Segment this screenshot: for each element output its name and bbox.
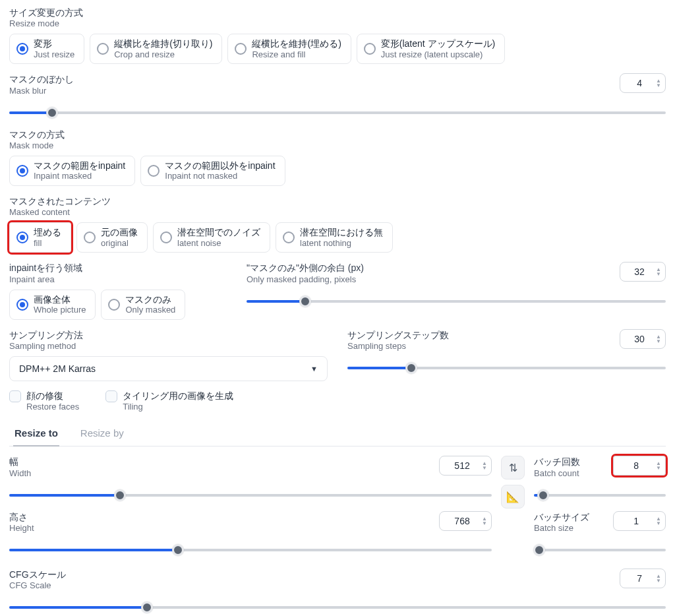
sampling-method-label: サンプリング方法Sampling method bbox=[9, 329, 328, 352]
batch-size-label: バッチサイズBatch size bbox=[534, 511, 589, 534]
swap-dimensions-button[interactable]: ⇅ bbox=[501, 456, 525, 479]
spinner-icon[interactable]: ▲▼ bbox=[652, 461, 661, 470]
restore-faces-checkbox[interactable]: 顔の修復Restore faces bbox=[9, 390, 79, 412]
sampling-steps-label: サンプリングステップ数Sampling steps bbox=[347, 329, 606, 352]
batch-size-slider[interactable] bbox=[534, 543, 666, 557]
height-number[interactable]: 768 ▲▼ bbox=[439, 511, 492, 531]
mask-mode-inpaint-not-masked[interactable]: マスクの範囲以外をinpaintInpaint not masked bbox=[140, 156, 285, 186]
spinner-icon[interactable]: ▲▼ bbox=[652, 267, 661, 276]
inpaint-area-whole[interactable]: 画像全体Whole picture bbox=[9, 290, 96, 320]
inpaint-area-only-masked[interactable]: マスクのみOnly masked bbox=[101, 290, 185, 320]
sampling-steps-number[interactable]: 30 ▲▼ bbox=[620, 329, 666, 349]
resize-mode-fill[interactable]: 縦横比を維持(埋める)Resize and fill bbox=[227, 34, 351, 64]
height-label: 高さHeight bbox=[9, 511, 34, 534]
cfg-slider[interactable] bbox=[9, 601, 666, 614]
only-masked-padding-label: "マスクのみ"外側の余白 (px)Only masked padding, pi… bbox=[247, 262, 606, 285]
width-number[interactable]: 512 ▲▼ bbox=[439, 456, 492, 476]
masked-content-original[interactable]: 元の画像original bbox=[76, 222, 148, 253]
tab-resize-to[interactable]: Resize to bbox=[13, 421, 59, 447]
only-masked-padding-slider[interactable] bbox=[247, 295, 666, 308]
only-masked-padding-number[interactable]: 32 ▲▼ bbox=[620, 262, 666, 282]
resize-mode-just-resize[interactable]: 変形Just resize bbox=[9, 34, 84, 64]
resize-mode-latent[interactable]: 変形(latent アップスケール)Just resize (latent up… bbox=[357, 34, 505, 64]
width-label: 幅Width bbox=[9, 456, 31, 479]
batch-count-label: バッチ回数Batch count bbox=[534, 456, 580, 479]
cfg-label: CFGスケールCFG Scale bbox=[9, 569, 606, 592]
resize-mode-label: サイズ変更の方式 Resize mode bbox=[9, 7, 666, 30]
masked-content-latent-nothing[interactable]: 潜在空間における無latent nothing bbox=[276, 222, 393, 253]
spinner-icon[interactable]: ▲▼ bbox=[478, 461, 487, 470]
batch-count-slider[interactable] bbox=[534, 489, 666, 502]
cfg-number[interactable]: 7 ▲▼ bbox=[620, 569, 666, 588]
masked-content-label: マスクされたコンテンツMasked content bbox=[9, 195, 666, 218]
spinner-icon[interactable]: ▲▼ bbox=[652, 574, 661, 583]
inpaint-area-label: inpaintを行う領域Inpaint area bbox=[9, 262, 220, 285]
tab-resize-by[interactable]: Resize by bbox=[79, 421, 125, 447]
sampling-method-dropdown[interactable]: DPM++ 2M Karras ▼ bbox=[9, 356, 328, 381]
batch-size-number[interactable]: 1 ▲▼ bbox=[613, 511, 666, 531]
masked-content-fill[interactable]: 埋めるfill bbox=[9, 222, 71, 253]
triangle-ruler-icon: 📐 bbox=[506, 491, 519, 503]
tiling-checkbox[interactable]: タイリング用の画像を生成Tiling bbox=[105, 390, 233, 412]
spinner-icon[interactable]: ▲▼ bbox=[652, 516, 661, 526]
aspect-ratio-button[interactable]: 📐 bbox=[501, 485, 525, 508]
height-slider[interactable] bbox=[9, 543, 492, 557]
resize-tabs: Resize to Resize by bbox=[9, 421, 666, 447]
width-slider[interactable] bbox=[9, 489, 492, 502]
mask-blur-slider[interactable] bbox=[9, 106, 666, 119]
mask-blur-label: マスクのぼかし Mask blur bbox=[9, 73, 606, 96]
swap-icon: ⇅ bbox=[509, 462, 517, 474]
chevron-down-icon: ▼ bbox=[310, 365, 318, 373]
sampling-steps-slider[interactable] bbox=[347, 361, 666, 375]
mask-blur-number[interactable]: 4 ▲▼ bbox=[620, 73, 666, 93]
masked-content-latent-noise[interactable]: 潜在空間でのノイズlatent noise bbox=[153, 222, 270, 253]
resize-mode-crop[interactable]: 縦横比を維持(切り取り)Crop and resize bbox=[90, 34, 222, 64]
mask-mode-label: マスクの方式Mask mode bbox=[9, 129, 666, 152]
mask-mode-inpaint-masked[interactable]: マスクの範囲をinpaintInpaint masked bbox=[9, 156, 135, 186]
batch-count-number[interactable]: 8 ▲▼ bbox=[613, 456, 666, 476]
spinner-icon[interactable]: ▲▼ bbox=[478, 516, 487, 526]
resize-mode-group: 変形Just resize 縦横比を維持(切り取り)Crop and resiz… bbox=[9, 34, 666, 64]
spinner-icon[interactable]: ▲▼ bbox=[652, 78, 661, 88]
spinner-icon[interactable]: ▲▼ bbox=[652, 334, 661, 344]
